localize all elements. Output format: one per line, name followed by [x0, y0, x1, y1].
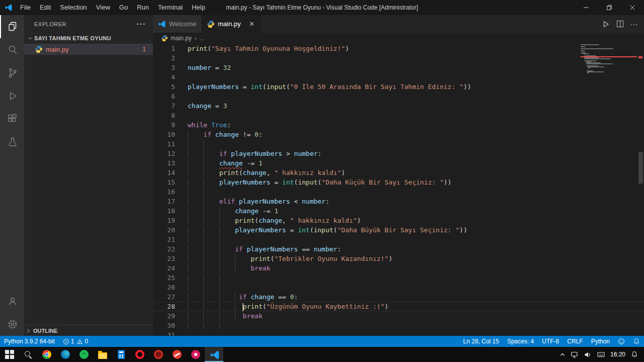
breadcrumb[interactable]: main.py › ... [153, 33, 644, 44]
taskbar-edge-icon[interactable] [56, 347, 74, 362]
code-line-24[interactable]: 24 break [153, 263, 644, 273]
code-line-19[interactable]: 19 print(change, " hakkınız kaldı") [153, 216, 644, 225]
clock[interactable]: 16:20 [610, 351, 625, 358]
code-line-25[interactable]: 25 [153, 273, 644, 283]
encoding-status[interactable]: UTF-8 [538, 336, 563, 347]
code-line-28[interactable]: 28 print("Üzgünüm Oyunu Kaybettiniz :(") [153, 302, 644, 311]
tab-mainpy[interactable]: main.py × [202, 15, 262, 33]
language-mode-status[interactable]: Python [587, 336, 614, 347]
code-line-8[interactable]: 8 [153, 111, 644, 120]
code-line-26[interactable]: 26 [153, 283, 644, 292]
line-number[interactable]: 17 [153, 197, 175, 206]
line-number[interactable]: 26 [153, 283, 175, 292]
input-indicator-icon[interactable] [597, 351, 605, 357]
cursor-position-status[interactable]: Ln 28, Col 15 [459, 336, 503, 347]
taskbar-app-red-icon[interactable] [149, 347, 168, 362]
code-line-12[interactable]: 12 if playerNumbers > number: [153, 149, 644, 158]
code-line-20[interactable]: 20 playerNumbers = int(input("Daha Büyük… [153, 225, 644, 235]
tab-close-icon[interactable]: × [247, 19, 257, 29]
taskbar-file-explorer-icon[interactable] [93, 347, 112, 362]
code-line-13[interactable]: 13 change -= 1 [153, 158, 644, 168]
code-editor[interactable]: 1print("Sayı Tahmin Oyununa Hoşgeldiniz!… [153, 44, 644, 336]
taskbar-opera-icon[interactable] [130, 347, 149, 362]
taskbar-vscode-icon[interactable] [205, 347, 223, 362]
search-icon[interactable] [0, 38, 24, 61]
code-line-10[interactable]: 10 if change != 0: [153, 130, 644, 139]
code-line-27[interactable]: 27 if change == 0: [153, 292, 644, 302]
scrollbar-thumb[interactable] [638, 152, 643, 184]
line-number[interactable]: 3 [153, 63, 175, 72]
feedback-smiley-icon[interactable] [614, 336, 629, 347]
line-number[interactable]: 13 [153, 158, 175, 168]
code-line-9[interactable]: 9while True: [153, 120, 644, 130]
code-line-14[interactable]: 14 print(change, " hakkınız kaldı") [153, 168, 644, 177]
code-line-18[interactable]: 18 change -= 1 [153, 206, 644, 216]
line-number[interactable]: 31 [153, 330, 175, 336]
editor-more-actions[interactable]: ··· [627, 17, 641, 31]
testing-icon[interactable] [0, 131, 24, 154]
problems-status[interactable]: 1 0 [59, 336, 92, 347]
code-line-7[interactable]: 7change = 3 [153, 101, 644, 111]
line-number[interactable]: 19 [153, 216, 175, 225]
line-number[interactable]: 15 [153, 177, 175, 187]
code-line-2[interactable]: 2 [153, 53, 644, 63]
line-number[interactable]: 18 [153, 206, 175, 216]
line-number[interactable]: 21 [153, 235, 175, 244]
explorer-icon[interactable] [0, 15, 24, 38]
account-icon[interactable] [0, 290, 24, 313]
line-number[interactable]: 27 [153, 292, 175, 302]
menu-run[interactable]: Run [132, 0, 153, 15]
menu-edit[interactable]: Edit [35, 0, 55, 15]
settings-gear-icon[interactable] [0, 313, 24, 336]
python-interpreter-status[interactable]: Python 3.9.2 64-bit [0, 336, 59, 347]
code-line-11[interactable]: 11 [153, 139, 644, 149]
line-number[interactable]: 20 [153, 225, 175, 235]
menu-help[interactable]: Help [187, 0, 210, 15]
close-button[interactable] [621, 0, 644, 15]
file-row-mainpy[interactable]: main.py 1 [24, 44, 153, 55]
menu-file[interactable]: File [16, 0, 35, 15]
code-line-29[interactable]: 29 break [153, 311, 644, 321]
line-number[interactable]: 23 [153, 254, 175, 263]
code-line-17[interactable]: 17 elif playerNumbers < number: [153, 197, 644, 206]
workspace-section-header[interactable]: SAYI TAHMIN ETME OYUNU [24, 33, 153, 44]
line-number[interactable]: 30 [153, 321, 175, 330]
tab-welcome[interactable]: Welcome [153, 15, 202, 33]
menu-selection[interactable]: Selection [55, 0, 91, 15]
line-number[interactable]: 10 [153, 130, 175, 139]
line-number[interactable]: 5 [153, 82, 175, 92]
explorer-more-actions[interactable]: ··· [137, 20, 146, 28]
minimize-button[interactable] [575, 0, 598, 15]
volume-icon[interactable] [584, 351, 592, 358]
code-line-6[interactable]: 6 [153, 92, 644, 101]
menu-go[interactable]: Go [115, 0, 132, 15]
taskbar-chrome-icon[interactable] [37, 347, 56, 362]
split-editor-icon[interactable] [613, 17, 627, 31]
code-line-22[interactable]: 22 if playerNumbers == number: [153, 244, 644, 254]
line-number[interactable]: 12 [153, 149, 175, 158]
action-center-bell-icon[interactable] [631, 351, 638, 358]
line-number[interactable]: 4 [153, 72, 175, 82]
taskbar-search-icon[interactable] [19, 347, 37, 362]
code-line-15[interactable]: 15 playerNumbers = int(input("Daha Küçük… [153, 177, 644, 187]
line-number[interactable]: 8 [153, 111, 175, 120]
breadcrumb-file[interactable]: main.py [171, 35, 192, 42]
notifications-bell-icon[interactable] [629, 336, 644, 347]
taskbar-start-icon[interactable] [0, 347, 19, 362]
restore-button[interactable] [598, 0, 621, 15]
line-number[interactable]: 1 [153, 44, 175, 53]
line-number[interactable]: 14 [153, 168, 175, 177]
code-line-16[interactable]: 16 [153, 187, 644, 197]
line-number[interactable]: 25 [153, 273, 175, 283]
line-number[interactable]: 2 [153, 53, 175, 63]
breadcrumb-symbol[interactable]: ... [200, 35, 205, 42]
code-line-31[interactable]: 31 [153, 330, 644, 336]
code-line-21[interactable]: 21 [153, 235, 644, 244]
run-file-button[interactable] [599, 17, 613, 31]
taskbar-calculator-icon[interactable] [112, 347, 130, 362]
line-number[interactable]: 16 [153, 187, 175, 197]
code-line-4[interactable]: 4 [153, 72, 644, 82]
taskbar-spotify-icon[interactable] [74, 347, 93, 362]
menu-view[interactable]: View [92, 0, 115, 15]
hidden-icons-chevron-icon[interactable] [559, 351, 566, 357]
